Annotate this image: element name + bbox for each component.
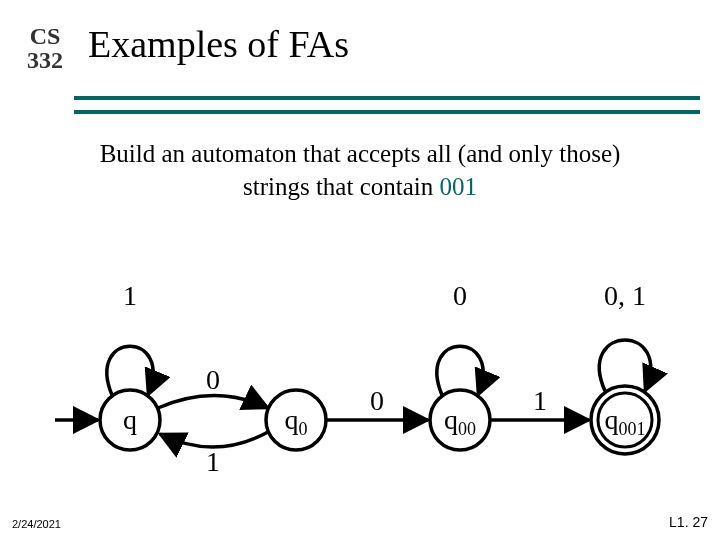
course-number: 332 [16, 48, 74, 72]
edge-q00-q001-label: 1 [533, 385, 547, 416]
fa-diagram: q 1 0 1 q0 0 q00 0 1 q001 0, 1 [0, 265, 720, 495]
edge-q00-self-label: 0 [453, 280, 467, 311]
edge-q-q0 [158, 396, 268, 409]
footer-date: 2/24/2021 [12, 518, 61, 530]
edge-q0-q [160, 432, 268, 447]
title-underline [74, 96, 700, 114]
edge-q0-q00-label: 0 [370, 385, 384, 416]
title-area: Examples of FAs [88, 22, 696, 72]
edge-q-q0-label: 0 [206, 364, 220, 395]
edge-q0-q-label: 1 [206, 446, 220, 477]
slide-title: Examples of FAs [88, 22, 696, 72]
edge-q001-self [599, 340, 650, 391]
edge-q00-self [437, 346, 483, 395]
prompt-line2: strings that contain 001 [0, 171, 720, 204]
edge-q-self-label: 1 [123, 280, 137, 311]
course-logo: CS 332 [16, 24, 74, 72]
prompt-text: Build an automaton that accepts all (and… [0, 138, 720, 203]
footer-slide-number: L1. 27 [669, 514, 708, 530]
prompt-line1: Build an automaton that accepts all (and… [0, 138, 720, 171]
edge-q-self [107, 346, 153, 395]
state-q-label: q [123, 404, 137, 435]
prompt-pattern: 001 [440, 173, 478, 200]
course-dept: CS [16, 24, 74, 48]
edge-q001-self-label: 0, 1 [604, 280, 646, 311]
